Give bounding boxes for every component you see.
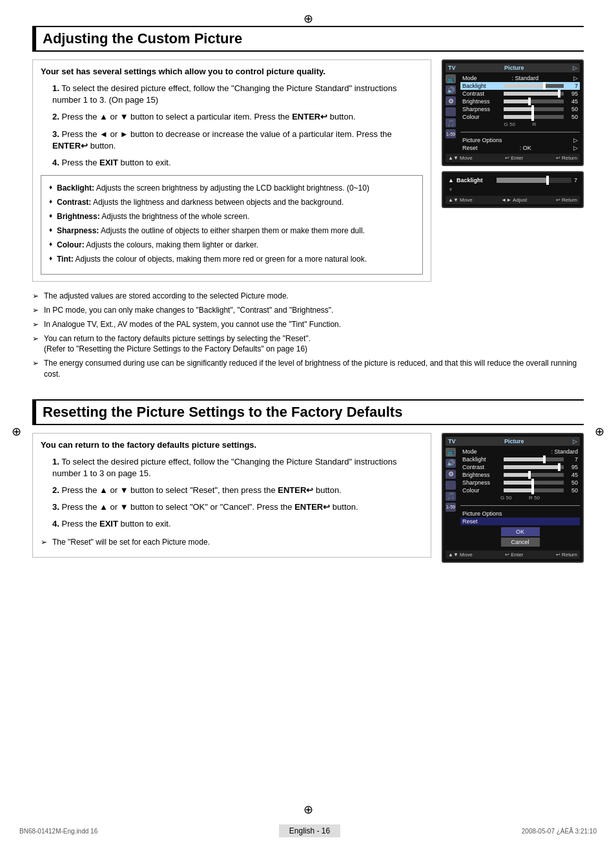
- tv1-options-label: Picture Options: [462, 137, 502, 143]
- bullet-backlight: Backlight: Adjusts the screen brightness…: [50, 182, 413, 194]
- tv-reset-ok-btn: OK: [501, 527, 540, 536]
- tv-reset-move-label: ▲▼ Move: [448, 552, 473, 558]
- tv1-icon-4: [446, 107, 456, 116]
- tv1-arrow: ▷: [573, 65, 577, 71]
- step1-1-num: 1.: [52, 83, 59, 93]
- tv1-sharpness-fill: [504, 107, 534, 111]
- bullet-sharpness: Sharpness: Adjusts the outline of object…: [50, 225, 413, 236]
- tv1-reset-label: Reset: [462, 145, 478, 151]
- tv1-colour-thumb: [531, 113, 534, 121]
- bullet-contrast-label: Contrast:: [57, 198, 91, 207]
- tv-reset-icon-5: 🎵: [446, 492, 456, 501]
- section2-intro: You can return to the factory defaults p…: [41, 440, 423, 450]
- tv-reset-backlight-value: 7: [566, 456, 578, 463]
- tv-reset-sharpness-row: Sharpness 50: [460, 479, 580, 487]
- tv1-header: TV Picture ▷: [446, 63, 580, 72]
- tv-reset-options-label: Picture Options: [462, 510, 502, 517]
- tv-reset-sharpness-value: 50: [566, 479, 578, 486]
- tv1-colour-label: Colour: [462, 114, 501, 120]
- tv1-return-label: ↩ Return: [556, 155, 577, 161]
- bullet-contrast: Contrast: Adjusts the lightness and dark…: [50, 196, 413, 208]
- section1-title-bar: Adjusting the Custom Picture: [32, 26, 584, 52]
- tv-reset-enter-label: ↩ Enter: [505, 552, 523, 558]
- page-number: English - 16: [279, 824, 340, 837]
- tv1-tv-label: TV: [448, 65, 456, 71]
- bullet-tint: Tint: Adjusts the colour of objects, mak…: [50, 253, 413, 265]
- tv-reset-brightness-label: Brightness: [462, 472, 501, 478]
- step2-4-num: 4.: [52, 519, 59, 529]
- bullet-contrast-text: Adjusts the lightness and darkness betwe…: [93, 198, 344, 207]
- tv-reset-backlight-row: Backlight 7: [460, 456, 580, 463]
- section1-intro: Your set has several settings which allo…: [41, 67, 423, 76]
- note5: The energy consumed during use can be si…: [32, 358, 584, 380]
- bullet-tint-label: Tint:: [57, 255, 74, 264]
- note4: You can return to the factory defaults p…: [32, 333, 584, 355]
- tv1-body: 📺 🔊 ⚙ 🎵 1-59 Mode : Standard ▷: [446, 74, 580, 152]
- section1-left: Your set has several settings which allo…: [32, 59, 431, 282]
- tv2-thumb: [546, 176, 549, 185]
- tv1-colour-bar: [504, 115, 564, 119]
- section1-notes: The adjusted values are stored according…: [32, 291, 584, 380]
- tv-reset-ok-cancel: OK Cancel: [501, 527, 540, 547]
- info-box: Backlight: Adjusts the screen brightness…: [41, 175, 423, 275]
- step2-2: 2. Press the ▲ or ▼ button to select "Re…: [52, 485, 423, 496]
- tv-reset-brightness-fill: [504, 473, 531, 477]
- bullet-brightness-text: Adjusts the brightness of the whole scre…: [101, 212, 249, 221]
- tv2-move-label: ▲▼ Move: [448, 197, 473, 203]
- tv-screen-2: ▲ Backlight 7 ▼ ▲▼ Move: [442, 171, 584, 208]
- tv1-brightness-label: Brightness: [462, 98, 501, 105]
- tv1-move-label: ▲▼ Move: [448, 155, 473, 161]
- step2-1-num: 1.: [52, 457, 59, 466]
- tv-reset-sharpness-label: Sharpness: [462, 479, 501, 486]
- tv1-brightness-value: 45: [566, 98, 578, 105]
- tv1-backlight-thumb: [543, 82, 546, 90]
- tv-reset-return-label: ↩ Return: [556, 552, 577, 558]
- tv-reset-backlight-fill: [504, 457, 546, 461]
- tv1-contrast-bar: [504, 92, 564, 96]
- note3: In Analogue TV, Ext., AV modes of the PA…: [32, 319, 584, 330]
- tv1-options-arrow: ▷: [573, 137, 578, 143]
- tv1-contrast-label: Contrast: [462, 90, 501, 97]
- step1-3-enter: ENTER↩: [52, 141, 88, 151]
- tv1-backlight-value: 7: [566, 83, 578, 89]
- section2-steps: 1. To select the desired picture effect,…: [41, 456, 423, 530]
- tv-reset-colour-thumb: [531, 487, 534, 494]
- tv1-colour-value: 50: [566, 114, 578, 120]
- step1-1-text: To select the desired picture effect, fo…: [52, 83, 396, 105]
- tv-reset-sharpness-thumb: [531, 479, 534, 487]
- tv1-divider: [460, 132, 580, 132]
- tv1-footer: ▲▼ Move ↩ Enter ↩ Return: [446, 154, 580, 162]
- tv1-enter-label: ↩ Enter: [505, 155, 523, 161]
- tv1-colour-row: Colour 50: [460, 113, 580, 121]
- tv1-sharpness-thumb: [531, 105, 534, 113]
- step2-4-exit: EXIT: [99, 519, 118, 529]
- tv-reset-backlight-bar: [504, 457, 564, 461]
- tv1-sharpness-value: 50: [566, 106, 578, 112]
- step1-2-enter: ENTER↩: [292, 112, 327, 121]
- footer-left: BN68-01412M-Eng.indd 16: [19, 828, 98, 835]
- tv-reset-brightness-thumb: [528, 471, 531, 479]
- tv1-reset-row: Reset : OK ▷: [460, 144, 580, 152]
- tv-reset-colour-row: Colour 50: [460, 487, 580, 494]
- tv1-icon-1: 📺: [446, 74, 456, 83]
- step1-3-num: 3.: [52, 129, 59, 139]
- tv-reset-contrast-bar: [504, 465, 564, 469]
- tv-reset-body: 📺 🔊 ⚙ 🎵 1-59 Mode : Standard: [446, 448, 580, 549]
- tv1-sharpness-row: Sharpness 50: [460, 105, 580, 113]
- tv1-backlight-label: Backlight: [462, 83, 501, 89]
- tv-reset-colour-value: 50: [566, 487, 578, 494]
- tv-reset-rows: Mode : Standard Backlight 7: [460, 448, 580, 549]
- step1-4-exit: EXIT: [99, 158, 118, 167]
- tv-reset-contrast-thumb: [558, 463, 560, 471]
- bullet-backlight-text: Adjusts the screen brightness by adjusti…: [96, 183, 369, 193]
- section2-note-text: The "Reset" will be set for each Picture…: [52, 538, 210, 547]
- tv-reset-backlight-label: Backlight: [462, 456, 501, 463]
- tv1-contrast-fill: [504, 92, 560, 96]
- tv1-backlight-bar: [504, 84, 564, 88]
- section2-right: TV Picture ▷ 📺 🔊 ⚙ 🎵 1-59: [442, 433, 584, 563]
- tv-reset-colour-bar: [504, 488, 564, 492]
- step1-2-num: 2.: [52, 112, 59, 121]
- tv1-brightness-bar: [504, 100, 564, 103]
- bullet-tint-text: Adjusts the colour of objects, making th…: [75, 255, 367, 264]
- tv-screen-reset: TV Picture ▷ 📺 🔊 ⚙ 🎵 1-59: [442, 433, 584, 563]
